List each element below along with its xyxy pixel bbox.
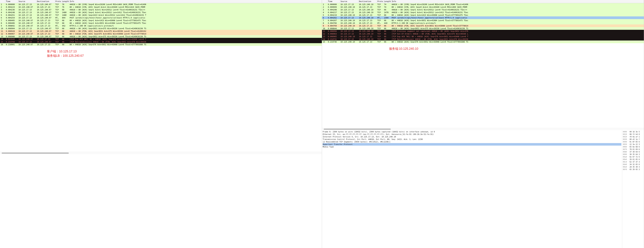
col-proto[interactable]: Proto (376, 0, 383, 3)
col-time[interactable]: Time (5, 0, 18, 3)
packet-row[interactable]: 40.00424810.125.17.1310.125.240.67TCP148… (0, 11, 322, 14)
hex-row[interactable]: 00b0 39 61 65 6 (623, 158, 643, 161)
packet-row[interactable]: 140.01314310.125.240.6710.125.17.13TCP68… (0, 38, 322, 40)
packet-row[interactable]: 40.00421710.125.17.1310.125.240.10TCP147… (322, 11, 644, 14)
hscroll-thumb[interactable] (324, 128, 391, 130)
hex-row[interactable]: 00e0 28 35 30 3 (623, 166, 643, 168)
packet-row[interactable]: 130.00896510.125.240.1010.125.17.13TCP66… (322, 35, 644, 38)
col-info[interactable]: Info (391, 0, 644, 3)
header-row-right[interactable]: Time Source Destination Proto Length Inf… (322, 0, 644, 3)
hex-row[interactable]: 00c0 62 37 37 3 (623, 161, 643, 163)
hex-row[interactable]: 0000 00 16 3e 5 (623, 130, 643, 133)
packet-row[interactable]: 30.00420810.125.17.1310.125.240.10TCP664… (322, 8, 644, 11)
hex-row[interactable]: 00d0 34 32 65 6 (623, 163, 643, 166)
packet-row[interactable]: 110.00895610.125.17.1310.125.240.10TCP66… (322, 30, 644, 32)
packet-row[interactable]: 160.21890110.125.240.6710.125.17.13TCP68… (0, 43, 322, 46)
detail-line[interactable]: Media Type (323, 146, 621, 148)
packet-row[interactable]: 60.00426210.125.17.1310.125.240.10HT…230… (322, 16, 644, 19)
packet-row[interactable]: 90.00889210.125.240.6710.125.17.13HT…442… (0, 24, 322, 27)
lower-left (0, 154, 322, 248)
packet-row[interactable]: 50.00421910.125.240.1010.125.17.13TCP668… (322, 14, 644, 16)
packet-row[interactable]: 120.00896310.125.17.1310.125.240.10TCP66… (322, 32, 644, 35)
detail-line[interactable]: Internet Protocol Version 4, Src: 10.125… (323, 135, 621, 138)
lower-right: Frame 6: 2304 bytes on wire (18432 bits)… (322, 130, 644, 248)
packet-row[interactable]: 100.00884410.125.17.1310.125.240.10TCP66… (322, 27, 644, 30)
packet-row[interactable]: 120.00896710.125.240.6710.125.17.13TCP68… (0, 32, 322, 35)
packet-row[interactable]: 100.00890410.125.17.1310.125.240.67TCP68… (0, 27, 322, 30)
hscrollbar-right[interactable] (322, 128, 644, 130)
packet-row[interactable]: 20.00000910.125.240.1010.125.17.13TCP748… (322, 6, 644, 8)
packet-row[interactable]: 10.00000010.125.17.1310.125.240.10TCP744… (322, 3, 644, 6)
packet-row[interactable]: 70.00840510.125.240.6710.125.17.13TCP688… (0, 19, 322, 22)
hscroll-thumb[interactable] (2, 152, 69, 154)
packet-row[interactable]: 150.21476810.125.17.1310.125.240.67TCP68… (0, 40, 322, 43)
col-length[interactable]: Length (383, 0, 391, 3)
packet-row[interactable]: 80.00476610.125.240.1010.125.17.13HT…440… (322, 22, 644, 24)
annotation-right: 服务端:10.125.240.10 (322, 43, 644, 128)
detail-line[interactable]: Hypertext Transfer Protocol (323, 143, 621, 146)
col-proto[interactable]: Proto (54, 0, 61, 3)
packet-row[interactable]: 20.00422310.125.240.6710.125.17.13TCP768… (0, 6, 322, 8)
hex-dump[interactable]: 0000 00 16 3e 50010 08 f2 b4 00020 f0 0a… (622, 130, 644, 248)
hex-row[interactable]: 0080 37 30 64 6 (623, 151, 643, 153)
col-dest[interactable]: Destination (358, 0, 376, 3)
detail-line[interactable]: [2 Reassembled TCP Segments (3650 bytes)… (323, 140, 621, 143)
right-capture-pane: Time Source Destination Proto Length Inf… (322, 0, 644, 248)
detail-left-empty (0, 154, 322, 248)
packet-list-left[interactable]: Time Source Destination Proto Length Inf… (0, 0, 322, 46)
col-length[interactable]: Length (61, 0, 69, 3)
hex-row[interactable]: 0010 08 f2 b4 0 (623, 133, 643, 135)
col-time[interactable]: Time (327, 0, 340, 3)
packet-row[interactable]: 10.00000010.125.17.1310.125.240.67TCP764… (0, 3, 322, 6)
packet-row[interactable]: 50.00425110.125.17.1310.125.240.67TCP148… (0, 14, 322, 16)
annotation-left: 客户端：10.125.17.13 服务端LB：100.125.240.67 (0, 46, 322, 152)
hex-row[interactable]: 0040 0c 8f 65 6 (623, 140, 643, 143)
packet-row[interactable]: 130.00898010.125.17.1310.125.240.67TCP68… (0, 35, 322, 38)
packet-row[interactable]: 150.21473610.125.240.1010.125.17.13TCP66… (322, 40, 644, 43)
hex-row[interactable]: 0060 65 6e 68 6 (623, 146, 643, 148)
detail-line[interactable]: Frame 6: 2304 bytes on wire (18432 bits)… (323, 130, 621, 133)
packet-row[interactable]: 30.00423610.125.17.1310.125.240.67TCP684… (0, 8, 322, 11)
hex-row[interactable]: 0030 00 e5 1e f (623, 138, 643, 140)
packet-row[interactable]: 80.00840610.125.240.6710.125.17.13TCP688… (0, 22, 322, 24)
hscrollbar-left[interactable] (0, 152, 322, 154)
hex-row[interactable]: 0090 30 35 64 3 (623, 153, 643, 156)
packet-row[interactable]: 140.21473110.125.17.1310.125.240.10TCP66… (322, 38, 644, 40)
annotation-client: 客户端：10.125.17.13 (47, 49, 322, 54)
packet-row[interactable]: 110.00892810.125.17.1310.125.240.67TCP68… (0, 30, 322, 32)
hex-row[interactable]: 00f0 65 39 65 3 (623, 168, 643, 171)
col-source[interactable]: Source (18, 0, 36, 3)
packet-row[interactable]: 60.00425410.125.17.1310.125.240.67HT…894… (0, 16, 322, 19)
annotation-server-lb: 服务端LB：100.125.240.67 (47, 54, 322, 58)
col-source[interactable]: Source (340, 0, 358, 3)
left-capture-pane: Time Source Destination Proto Length Inf… (0, 0, 322, 248)
col-num[interactable] (0, 0, 5, 3)
detail-line[interactable]: Transmission Control Protocol, Src Port:… (323, 138, 621, 140)
packet-list-right[interactable]: Time Source Destination Proto Length Inf… (322, 0, 644, 43)
packet-row[interactable]: 70.00426710.125.240.1010.125.17.13TCP668… (322, 19, 644, 22)
col-num[interactable] (322, 0, 327, 3)
col-info[interactable]: Info (69, 0, 322, 3)
hex-row[interactable]: 0070 78 61 69 6 (623, 148, 643, 151)
annotation-server: 服务端:10.125.240.10 (389, 46, 644, 51)
col-dest[interactable]: Destination (36, 0, 54, 3)
hex-row[interactable]: 0050 22 3a 22 3 (623, 143, 643, 146)
hex-row[interactable]: 00a0 6e 6f 72 6 (623, 156, 643, 158)
header-row-left[interactable]: Time Source Destination Proto Length Inf… (0, 0, 322, 3)
detail-line[interactable]: Ethernet II, Src: ee:ff:ff:ff:ff:ff (ee:… (323, 133, 621, 135)
packet-detail-tree[interactable]: Frame 6: 2304 bytes on wire (18432 bits)… (322, 130, 622, 248)
hex-row[interactable]: 0020 f0 0a af 1 (623, 135, 643, 138)
packet-row[interactable]: 90.00476910.125.240.1010.125.17.13TCP668… (322, 24, 644, 27)
